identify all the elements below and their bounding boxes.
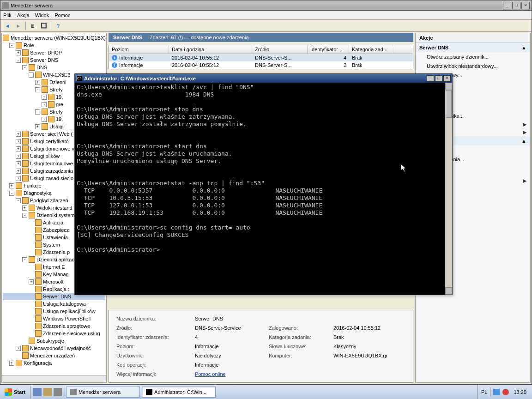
tree-item-icon (35, 72, 42, 78)
tree-expander[interactable]: + (42, 117, 47, 122)
ql-icon-2[interactable] (43, 388, 52, 396)
tree-item-label: Usługi (49, 123, 64, 130)
tree-item[interactable]: Zdarzenia sprzętowe (3, 322, 105, 330)
col-source[interactable]: Źródło (252, 45, 308, 54)
tree-item-label: Diagnostyka (24, 189, 52, 197)
tree-expander[interactable]: - (9, 191, 14, 196)
col-date[interactable]: Data i godzina (169, 45, 252, 54)
col-level[interactable]: Poziom (109, 45, 169, 54)
tree-expander[interactable]: + (16, 132, 21, 137)
tree-expander[interactable]: + (16, 50, 21, 55)
ql-icon-3[interactable] (54, 388, 62, 396)
tree-item[interactable]: Subskrypcje (3, 337, 105, 345)
tree-expander[interactable]: + (9, 361, 14, 366)
tree-expander[interactable]: - (22, 65, 27, 70)
tree-item-icon (16, 190, 22, 196)
scroll-thumb[interactable] (446, 90, 452, 118)
help-icon[interactable]: ? (53, 21, 63, 31)
tray-icon-2[interactable] (502, 389, 509, 395)
tree-expander[interactable]: + (35, 80, 40, 85)
tree-item[interactable]: -Role (3, 42, 105, 49)
tree-expander[interactable]: + (16, 161, 21, 166)
minimize-button[interactable]: _ (503, 2, 511, 9)
tree-expander[interactable]: - (35, 109, 40, 115)
tree-expander[interactable]: + (42, 102, 47, 107)
cmd-scrollbar[interactable]: ▲ ▼ (445, 83, 452, 295)
tree-item-label: Usługi zarządzania (30, 167, 73, 175)
start-button[interactable]: Start (0, 386, 30, 399)
tree-expander[interactable]: + (42, 95, 47, 100)
back-button[interactable]: ◄ (2, 21, 12, 31)
tree-expander[interactable]: + (16, 176, 21, 181)
tray-icon-1[interactable] (493, 389, 500, 395)
clock[interactable]: 13:20 (512, 389, 528, 395)
tree-expander[interactable]: - (22, 213, 27, 218)
link-online-help[interactable]: Pomoc online (195, 371, 226, 377)
tree-expander[interactable]: - (22, 257, 27, 262)
tree-expander[interactable]: + (22, 206, 27, 211)
scroll-down-arrow[interactable]: ▼ (445, 287, 452, 295)
tree-expander[interactable]: - (29, 73, 34, 78)
tree-item[interactable]: Usługa katalogowa (3, 300, 105, 308)
tree-expander[interactable]: + (9, 183, 14, 188)
cmd-output[interactable]: C:\Users\Administrator>tasklist /svc | f… (75, 83, 452, 295)
tree-expander[interactable]: + (29, 279, 34, 284)
tree-item[interactable]: Usługa replikacji plików (3, 308, 105, 315)
taskbar-task-manager[interactable]: Menedżer serwera (66, 387, 140, 398)
tree-item[interactable]: -DNS (3, 64, 105, 71)
tree-item-label: Dzienniki aplikac (36, 256, 74, 263)
close-button[interactable]: × (521, 2, 530, 9)
tree-item[interactable]: Windows PowerShell (3, 315, 105, 322)
tree-item-icon (29, 256, 35, 263)
tree-item-icon (29, 64, 35, 71)
action-item[interactable]: Utwórz widok niestandardowy... (416, 61, 530, 71)
language-indicator[interactable]: PL (481, 389, 487, 395)
tree-item[interactable]: +Niezawodność i wydajność (3, 345, 105, 352)
cmd-close-button[interactable]: × (443, 75, 451, 82)
tree-expander[interactable]: + (16, 154, 21, 159)
toolbar-icon-2[interactable]: 🔲 (39, 21, 49, 31)
forward-button[interactable]: ► (13, 21, 24, 31)
tree-expander[interactable]: + (16, 146, 21, 151)
tree-item[interactable]: +Serwer DHCP (3, 49, 105, 56)
horizontal-scrollbar[interactable] (2, 375, 106, 382)
grid-body[interactable]: iInformacje2016-02-04 10:55:12DNS-Server… (109, 54, 413, 69)
tree-expander[interactable]: + (16, 346, 21, 351)
tree-expander[interactable]: + (35, 124, 40, 129)
col-category[interactable]: Kategoria zad... (349, 45, 395, 54)
tree-item[interactable]: Menedżer urządzeń (3, 352, 105, 359)
cmd-maximize-button[interactable]: □ (435, 75, 442, 82)
cmd-titlebar[interactable]: C:\ Administrator: C:\Windows\system32\c… (75, 74, 452, 83)
maximize-button[interactable]: □ (512, 2, 520, 9)
task-label-1: Menedżer serwera (79, 389, 121, 395)
tree-expander[interactable]: + (16, 139, 21, 144)
label-logname: Nazwa dziennika: (116, 316, 195, 321)
menu-view[interactable]: Widok (35, 12, 49, 18)
menu-action[interactable]: Akcja (17, 12, 30, 18)
tree-expander[interactable]: - (35, 87, 40, 92)
table-row[interactable]: iInformacje2016-02-04 10:55:12DNS-Server… (109, 54, 413, 61)
action-item[interactable]: Otwórz zapisany dziennik... (416, 52, 530, 61)
tree-expander[interactable]: - (9, 43, 14, 48)
scroll-up-arrow[interactable]: ▲ (445, 83, 452, 90)
tree-item-label: Zdarzenia p (43, 248, 70, 256)
tree-item-icon (48, 116, 54, 122)
tree-expander[interactable]: + (16, 169, 21, 174)
tree-expander[interactable]: - (16, 58, 21, 63)
tree-root[interactable]: Menedżer serwera (WIN-EX5E9UUQ1BX) (3, 34, 105, 42)
menu-file[interactable]: Plik (3, 12, 12, 18)
taskbar-task-cmd[interactable]: Administrator: C:\Win... (142, 387, 216, 398)
col-id[interactable]: Identyfikator ... (308, 45, 349, 54)
cmd-window[interactable]: C:\ Administrator: C:\Windows\system32\c… (74, 73, 453, 295)
tree-item[interactable]: -Serwer DNS (3, 56, 105, 64)
tree-item-icon (35, 330, 42, 337)
ql-icon-1[interactable] (33, 388, 42, 396)
value-computer: WIN-EX5E9UUQ1BX.gr (333, 353, 387, 358)
cmd-minimize-button[interactable]: _ (427, 75, 434, 82)
tree-item[interactable]: Zdarzenie sieciowe usług (3, 330, 105, 337)
toolbar-icon-1[interactable]: 🗏 (28, 21, 38, 31)
menu-help[interactable]: Pomoc (54, 12, 70, 18)
tree-expander[interactable]: - (16, 198, 21, 203)
tree-item[interactable]: +Konfiguracja (3, 359, 105, 367)
table-row[interactable]: iInformacje2016-02-04 10:55:12DNS-Server… (109, 61, 413, 69)
